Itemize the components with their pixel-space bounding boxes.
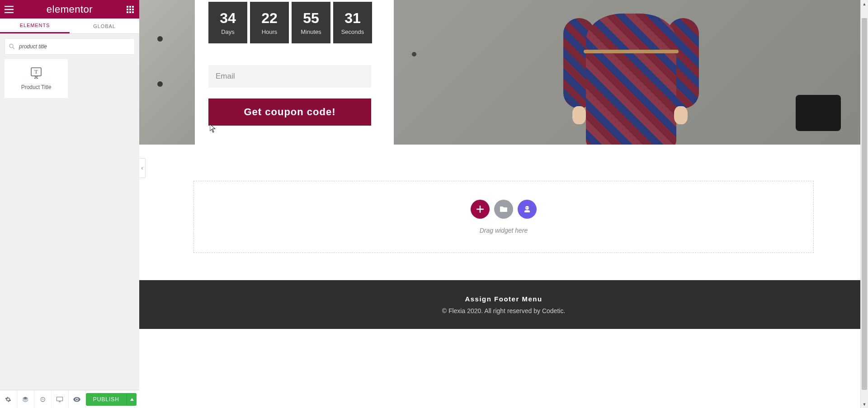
hero-form: Get coupon code! xyxy=(208,65,380,126)
svg-rect-1 xyxy=(129,6,131,8)
drop-section: Drag widget here xyxy=(139,145,868,280)
svg-rect-2 xyxy=(132,6,134,8)
widget-grid: T Product Title xyxy=(0,59,139,98)
svg-rect-3 xyxy=(127,9,128,10)
collapse-panel-icon[interactable]: ‹ xyxy=(139,158,146,178)
countdown: 34 Days 22 Hours 55 Minutes 31 xyxy=(208,2,380,43)
panel-footer: PUBLISH xyxy=(0,390,139,408)
add-section-icon[interactable] xyxy=(471,200,490,219)
navigator-icon[interactable] xyxy=(17,390,34,408)
preview-icon[interactable] xyxy=(69,390,86,408)
email-input[interactable] xyxy=(208,65,371,88)
footer-menu-link[interactable]: Assign Footer Menu xyxy=(465,295,542,303)
svg-point-16 xyxy=(526,207,527,208)
drop-hint: Drag widget here xyxy=(480,227,528,234)
countdown-seconds: 31 Seconds xyxy=(333,2,372,43)
search-container xyxy=(5,38,135,55)
svg-point-9 xyxy=(9,44,13,48)
drop-zone[interactable]: Drag widget here xyxy=(193,181,814,253)
countdown-hours: 22 Hours xyxy=(250,2,289,43)
hero-section: 34 Days 22 Hours 55 Minutes 31 xyxy=(139,0,868,145)
footer-copyright: © Flexia 2020. All right reserved by Cod… xyxy=(442,307,566,314)
svg-rect-0 xyxy=(127,6,128,8)
svg-rect-14 xyxy=(57,397,63,401)
panel-header: elementor xyxy=(0,0,139,19)
svg-point-12 xyxy=(34,78,35,79)
history-icon[interactable] xyxy=(34,390,52,408)
settings-icon[interactable] xyxy=(0,390,17,408)
template-folder-icon[interactable] xyxy=(494,200,513,219)
publish-button[interactable]: PUBLISH xyxy=(86,393,127,406)
bag-icon xyxy=(796,95,841,131)
drop-buttons xyxy=(471,200,537,219)
svg-text:T: T xyxy=(34,68,38,75)
svg-point-13 xyxy=(37,78,38,79)
panel-tabs: ELEMENTS GLOBAL xyxy=(0,19,139,34)
publish-options-icon[interactable] xyxy=(127,393,137,406)
scroll-up-icon[interactable]: ▲ xyxy=(861,0,868,8)
search-icon xyxy=(9,44,15,50)
hero-image xyxy=(394,0,868,145)
site-footer: Assign Footer Menu © Flexia 2020. All ri… xyxy=(139,280,868,329)
tab-global[interactable]: GLOBAL xyxy=(70,19,139,33)
tab-elements[interactable]: ELEMENTS xyxy=(0,19,70,33)
apps-icon[interactable] xyxy=(125,4,136,15)
svg-rect-7 xyxy=(129,11,131,13)
scroll-down-icon[interactable]: ▼ xyxy=(861,400,868,408)
countdown-minutes: 55 Minutes xyxy=(292,2,330,43)
svg-rect-5 xyxy=(132,9,134,10)
hero-left-bg: 34 Days 22 Hours 55 Minutes 31 xyxy=(139,0,394,145)
search-input[interactable] xyxy=(19,43,130,50)
widget-product-title[interactable]: T Product Title xyxy=(5,59,68,98)
product-title-icon: T xyxy=(30,67,42,80)
svg-rect-8 xyxy=(132,11,134,13)
editor-panel: elementor ELEMENTS GLOBAL xyxy=(0,0,139,408)
ai-icon[interactable] xyxy=(518,200,537,219)
responsive-icon[interactable] xyxy=(52,390,69,408)
wall-bolt-icon xyxy=(412,52,416,56)
editor-canvas: ‹ 34 Days 22 Hours 55 xyxy=(139,0,868,408)
hero-content-box: 34 Days 22 Hours 55 Minutes 31 xyxy=(195,0,394,145)
model-figure xyxy=(541,0,722,145)
widget-label: Product Title xyxy=(21,84,52,90)
svg-rect-6 xyxy=(127,11,128,13)
menu-icon[interactable] xyxy=(4,4,14,15)
coupon-button[interactable]: Get coupon code! xyxy=(208,98,371,126)
logo: elementor xyxy=(47,4,93,15)
svg-point-17 xyxy=(528,207,528,208)
scrollbar[interactable]: ▲ ▼ xyxy=(860,0,868,408)
scroll-thumb[interactable] xyxy=(862,18,867,390)
svg-rect-4 xyxy=(129,9,131,10)
countdown-days: 34 Days xyxy=(208,2,247,43)
